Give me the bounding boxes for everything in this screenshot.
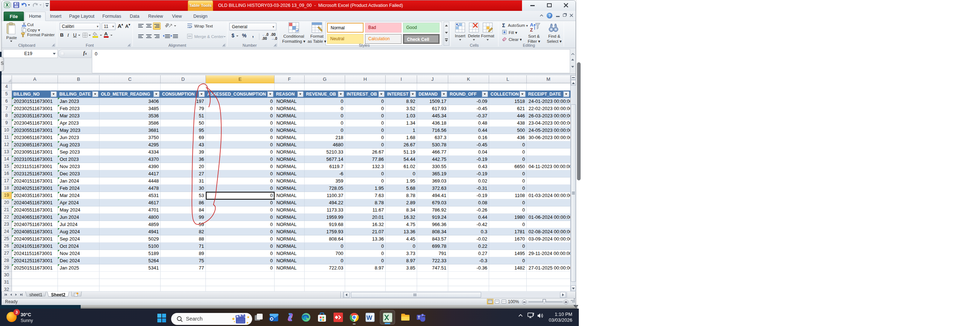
- svg-text:W: W: [366, 315, 372, 321]
- svg-text:T: T: [418, 315, 420, 320]
